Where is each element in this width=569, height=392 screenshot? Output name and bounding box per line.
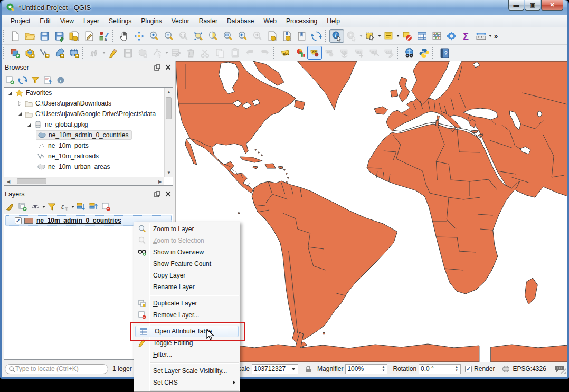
menu-project[interactable]: Project <box>6 16 35 26</box>
tree-item-gpkg[interactable]: ne_global.gpkg <box>4 119 164 130</box>
manage-map-themes-button[interactable] <box>29 201 42 213</box>
menu-plugins[interactable]: Plugins <box>136 16 166 26</box>
menu-raster[interactable]: Raster <box>194 16 222 26</box>
show-layout-manager-button[interactable] <box>81 29 96 43</box>
scrollbar-thumb[interactable] <box>17 178 46 184</box>
crs-globe-icon[interactable] <box>502 365 510 373</box>
menu-help[interactable]: Help <box>322 16 345 26</box>
open-data-source-manager-button[interactable] <box>7 46 22 60</box>
save-project-button[interactable] <box>37 29 52 43</box>
toolbar-handle[interactable] <box>82 47 86 59</box>
expand-all-button[interactable] <box>74 201 87 213</box>
filter-browser-button[interactable] <box>29 74 42 86</box>
field-calculator-button[interactable] <box>429 29 444 43</box>
menu-settings[interactable]: Settings <box>104 16 136 26</box>
add-group-button[interactable] <box>16 201 29 213</box>
add-selected-layers-button[interactable] <box>4 74 16 86</box>
highlight-pinned-labels-button[interactable]: ab <box>307 46 322 60</box>
tree-item-data-folder[interactable]: C:\Users\ujaval\Google Drive\Projects\da… <box>4 109 164 119</box>
scroll-up-icon[interactable]: ▲ <box>165 88 173 96</box>
pin-unpin-labels-button[interactable]: ab <box>322 46 337 60</box>
browser-collapse-all-button[interactable] <box>42 74 54 86</box>
rotate-label-button[interactable]: abc <box>366 46 381 60</box>
redo-button[interactable] <box>257 46 272 60</box>
open-attribute-table-button[interactable] <box>414 29 429 43</box>
modify-attributes-button[interactable] <box>168 46 183 60</box>
refresh-button[interactable] <box>309 29 324 43</box>
close-panel-button[interactable] <box>164 190 172 198</box>
layer-color-swatch[interactable] <box>24 218 33 224</box>
copy-features-button[interactable] <box>213 46 227 60</box>
filter-legend-button[interactable] <box>45 201 58 213</box>
new-shapefile-layer-button[interactable] <box>37 46 52 60</box>
zoom-next-button[interactable] <box>250 29 264 43</box>
browser-properties-button[interactable]: i <box>54 74 67 86</box>
zoom-full-button[interactable] <box>191 29 205 43</box>
menu-edit[interactable]: Edit <box>35 16 55 26</box>
menu-layer[interactable]: Layer <box>79 16 104 26</box>
cut-features-button[interactable] <box>198 46 213 60</box>
zoom-to-selection-button[interactable] <box>205 29 220 43</box>
layer-diagram-button[interactable] <box>292 46 307 60</box>
render-checkbox[interactable]: ✓ <box>465 366 472 372</box>
float-panel-button[interactable] <box>153 190 162 198</box>
python-console-button[interactable] <box>416 46 431 60</box>
toolbar-handle[interactable] <box>325 30 328 42</box>
scroll-right-icon[interactable]: ▶ <box>156 177 164 186</box>
paste-features-button[interactable] <box>227 46 242 60</box>
scroll-down-icon[interactable]: ▼ <box>165 168 173 177</box>
toolbar-handle[interactable] <box>432 47 436 59</box>
zoom-in-button[interactable] <box>146 29 161 43</box>
rotation-spinbox[interactable]: 0.0 ° ▲▼ <box>419 364 461 374</box>
menu-item-show-feature-count[interactable]: Show Feature Count <box>134 258 240 270</box>
help-button[interactable]: ? <box>437 46 452 60</box>
change-label-button[interactable]: abc <box>381 46 396 60</box>
layers-collapse-all-button[interactable] <box>87 201 100 213</box>
menu-item-filter[interactable]: Filter... <box>134 349 240 360</box>
zoom-to-layer-button[interactable] <box>220 29 235 43</box>
remove-layer-group-button[interactable] <box>100 201 112 213</box>
locate-input[interactable] <box>15 365 94 372</box>
tree-item-favorites[interactable]: Favorites <box>4 88 164 98</box>
menu-item-set-layer-scale-visibility[interactable]: Set Layer Scale Visibility... <box>134 365 240 377</box>
crs-status[interactable]: EPSG:4326 <box>513 365 546 372</box>
zoom-last-button[interactable] <box>235 29 250 43</box>
toolbar-handle[interactable] <box>112 30 116 42</box>
menu-item-zoom-to-layer[interactable]: Zoom to Layer <box>134 223 240 235</box>
open-layer-styling-button[interactable] <box>4 201 16 213</box>
measure-line-button[interactable] <box>473 29 488 43</box>
layer-visibility-checkbox[interactable]: ✓ <box>15 217 22 224</box>
title-bar[interactable]: *Untitled Project - QGIS ▬ ▣ ✕ <box>2 0 567 15</box>
tree-item-countries-layer[interactable]: ne_10m_admin_0_countries <box>4 130 164 140</box>
statistical-summary-button[interactable]: Σ <box>459 29 473 43</box>
deselect-features-button[interactable] <box>400 29 414 43</box>
filter-by-expression-button[interactable]: ε <box>58 201 71 213</box>
menu-item-rename-layer[interactable]: Rename Layer <box>134 281 240 293</box>
browser-vertical-scrollbar[interactable]: ▲ ▼ <box>164 88 173 177</box>
menu-processing[interactable]: Processing <box>281 16 322 26</box>
expanded-twisty-icon[interactable] <box>26 122 32 128</box>
toggle-editing-button[interactable] <box>106 46 120 60</box>
combo-arrow-icon[interactable] <box>291 368 296 370</box>
close-button[interactable]: ✕ <box>541 0 563 11</box>
spinner-arrows-icon[interactable]: ▲▼ <box>453 365 460 373</box>
menu-item-copy-layer[interactable]: Copy Layer <box>134 270 240 281</box>
menu-item-show-in-overview[interactable]: Show in Overview <box>134 246 240 258</box>
zoom-native-button[interactable]: 1:1 <box>176 29 191 43</box>
select-features-by-value-button[interactable] <box>381 29 396 43</box>
float-panel-button[interactable] <box>153 63 162 72</box>
browser-horizontal-scrollbar[interactable]: ◀ ▶ <box>4 177 164 185</box>
toolbar-handle[interactable] <box>273 47 277 59</box>
close-panel-button[interactable] <box>164 63 172 72</box>
delete-selected-button[interactable] <box>183 46 198 60</box>
show-bookmarks-button[interactable] <box>294 29 309 43</box>
menu-item-zoom-to-selection[interactable]: Zoom to Selection <box>134 235 240 246</box>
menu-item-set-crs[interactable]: Set CRS <box>134 377 240 388</box>
menu-vector[interactable]: Vector <box>167 16 194 26</box>
run-feature-action-button[interactable] <box>344 29 359 43</box>
open-project-button[interactable] <box>22 29 37 43</box>
new-spatialite-layer-button[interactable] <box>52 46 67 60</box>
menu-view[interactable]: View <box>55 16 79 26</box>
menu-database[interactable]: Database <box>222 16 259 26</box>
select-features-button[interactable] <box>363 29 377 43</box>
